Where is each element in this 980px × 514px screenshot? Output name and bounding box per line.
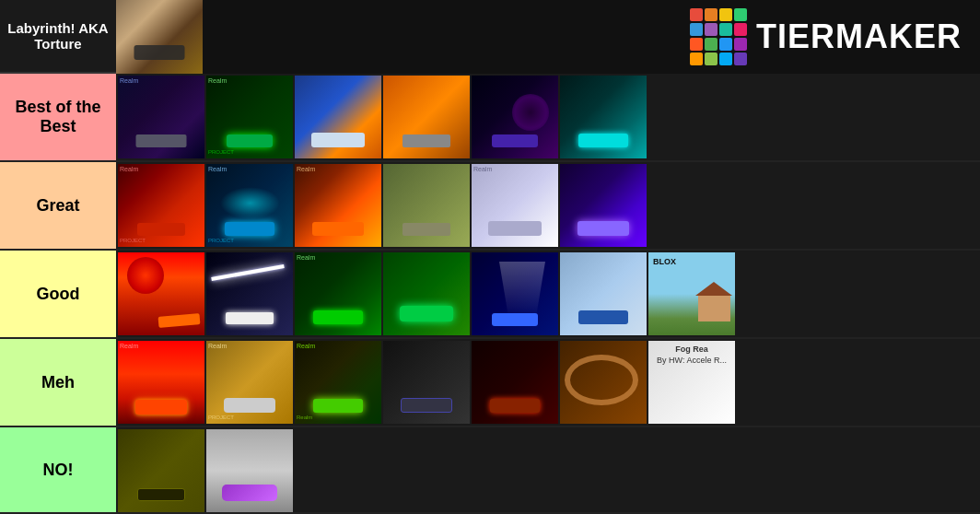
- tier-label-best: Best of the Best: [0, 74, 116, 160]
- tier-item: [206, 252, 293, 335]
- tier-item: [118, 252, 204, 335]
- tier-row-great: Great Realm PROJECT Realm PROJECT: [0, 162, 980, 251]
- tier-item: [383, 252, 470, 335]
- tier-item: Fog ReaBy HW: Accele R...: [648, 341, 735, 424]
- tiers-container: Best of the Best Realm Realm PROJECT: [0, 74, 980, 514]
- tier-row-no: NO!: [0, 427, 980, 514]
- tier-items-meh: Realm Realm PROJECT Realm Realm: [116, 339, 980, 426]
- tier-label-great: Great: [0, 162, 116, 249]
- tier-label-no: NO!: [0, 427, 116, 512]
- tier-item: BLOX: [648, 252, 735, 335]
- tier-item: [472, 341, 558, 424]
- tier-item: Realm Realm: [295, 341, 381, 424]
- tier-item: [560, 252, 647, 335]
- tier-item: [472, 252, 558, 335]
- header-item-label: Labyrinth! AKA Torture: [0, 0, 116, 74]
- logo-grid-icon: [690, 8, 747, 65]
- logo-text: TiERMAKER: [756, 18, 962, 56]
- tier-item: [383, 341, 470, 424]
- tier-item: Realm: [118, 76, 204, 158]
- tiermaker-logo: TiERMAKER: [690, 8, 962, 65]
- tier-items-good: Realm: [116, 251, 980, 337]
- tier-row-good: Good Realm: [0, 251, 980, 339]
- tier-item: [295, 76, 381, 158]
- header-right: TiERMAKER: [203, 0, 980, 74]
- tier-item: Realm PROJECT: [206, 76, 293, 158]
- tier-item: [118, 429, 204, 512]
- tier-row-meh: Meh Realm Realm PROJECT Rea: [0, 339, 980, 427]
- tier-items-no: [116, 427, 980, 512]
- tier-label-no-text: NO!: [43, 461, 74, 480]
- tier-row-best: Best of the Best Realm Realm PROJECT: [0, 74, 980, 162]
- tier-label-meh: Meh: [0, 339, 116, 426]
- tier-label-great-text: Great: [36, 196, 79, 216]
- tier-label-best-text: Best of the Best: [7, 98, 109, 136]
- tier-item: Realm PROJECT: [206, 164, 293, 247]
- header-item-image: [116, 0, 203, 74]
- tier-items-best: Realm Realm PROJECT: [116, 74, 980, 160]
- tier-item: [206, 429, 293, 512]
- tier-item: Realm PROJECT: [206, 341, 293, 424]
- header-title-text: Labyrinth! AKA Torture: [7, 20, 109, 52]
- tier-item: Realm: [472, 164, 558, 247]
- tier-item: Realm PROJECT: [118, 164, 204, 247]
- tier-item: Realm: [295, 164, 381, 247]
- tier-item: [472, 76, 558, 158]
- tier-item: [383, 164, 470, 247]
- tier-label-meh-text: Meh: [41, 373, 75, 392]
- tier-item: [560, 76, 647, 158]
- tier-item: Realm: [295, 252, 381, 335]
- tier-item: [560, 341, 647, 424]
- tier-item: Realm: [118, 341, 204, 424]
- tier-label-good: Good: [0, 251, 116, 337]
- tier-label-good-text: Good: [37, 285, 80, 304]
- tier-items-great: Realm PROJECT Realm PROJECT Realm: [116, 162, 980, 249]
- tier-item: [560, 164, 647, 247]
- tier-item: [383, 76, 470, 158]
